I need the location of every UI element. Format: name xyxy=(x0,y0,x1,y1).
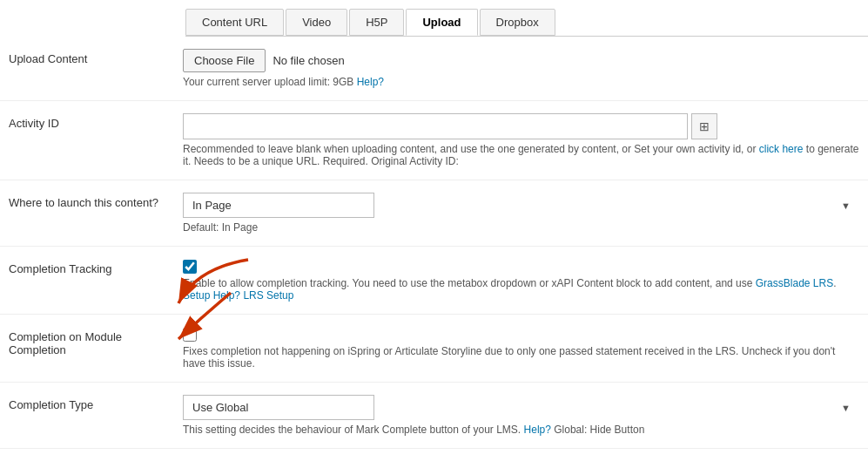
completion-module-field: Fixes completion not happening on iSprin… xyxy=(183,327,859,370)
activity-id-field: ⊞ Recommended to leave blank when upload… xyxy=(183,113,859,167)
upload-content-label: Upload Content xyxy=(9,49,183,65)
completion-tracking-field: Enable to allow completion tracking. You… xyxy=(183,259,859,302)
completion-module-label: Completion on Module Completion xyxy=(9,327,183,356)
completion-type-row: Completion Type Use Global Automatic Man… xyxy=(0,383,868,449)
completion-tracking-checkbox-row xyxy=(183,259,859,274)
upload-help-link[interactable]: Help? xyxy=(357,76,384,88)
completion-module-checkbox-row xyxy=(183,327,859,342)
where-to-launch-select-wrapper: In Page New Window Existing Window ▼ xyxy=(183,193,859,218)
where-to-launch-label: Where to launch this content? xyxy=(9,193,183,209)
where-to-launch-select[interactable]: In Page New Window Existing Window xyxy=(183,193,374,218)
where-to-launch-default: Default: In Page xyxy=(183,221,859,234)
tab-upload[interactable]: Upload xyxy=(406,9,477,36)
choose-file-button[interactable]: Choose File xyxy=(183,49,266,72)
completion-type-help-link[interactable]: Help? xyxy=(524,424,551,436)
completion-type-select[interactable]: Use Global Automatic Manual xyxy=(183,395,374,420)
activity-id-icon-btn[interactable]: ⊞ xyxy=(691,113,717,139)
tabs-bar: Content URL Video H5P Upload Dropbox xyxy=(185,0,868,37)
completion-tracking-checkbox[interactable] xyxy=(183,260,197,274)
tab-content-url[interactable]: Content URL xyxy=(185,9,284,36)
completion-type-label: Completion Type xyxy=(9,395,183,411)
completion-tracking-help: Enable to allow completion tracking. You… xyxy=(183,277,859,302)
activity-id-help: Recommended to leave blank when uploadin… xyxy=(183,143,859,167)
activity-id-click-here[interactable]: click here xyxy=(759,143,804,155)
upload-inline-row: Choose File No file chosen xyxy=(183,49,859,72)
upload-content-row: Upload Content Choose File No file chose… xyxy=(0,37,868,101)
chevron-down-icon: ▼ xyxy=(841,200,851,211)
completion-module-row: Completion on Module Completion Fixes co… xyxy=(0,315,868,383)
tab-h5p[interactable]: H5P xyxy=(349,9,404,36)
where-to-launch-field: In Page New Window Existing Window ▼ Def… xyxy=(183,193,859,234)
where-to-launch-row: Where to launch this content? In Page Ne… xyxy=(0,180,868,247)
grid-icon: ⊞ xyxy=(699,119,710,133)
completion-type-help: This setting decides the behaviour of Ma… xyxy=(183,424,859,436)
tab-video[interactable]: Video xyxy=(286,9,347,36)
completion-type-select-wrapper: Use Global Automatic Manual ▼ xyxy=(183,395,859,420)
lrs-setup-link[interactable]: LRS Setup xyxy=(243,289,293,302)
setup-help-link[interactable]: Setup Help? xyxy=(183,289,240,302)
form-area: Upload Content Choose File No file chose… xyxy=(0,37,868,466)
activity-id-input[interactable] xyxy=(183,113,688,139)
completion-tracking-row: Completion Tracking Enable to allow comp… xyxy=(0,247,868,315)
completion-type-field: Use Global Automatic Manual ▼ This setti… xyxy=(183,395,859,436)
upload-content-field: Choose File No file chosen Your current … xyxy=(183,49,859,88)
activity-id-row: Activity ID ⊞ Recommended to leave blank… xyxy=(0,101,868,180)
completion-module-checkbox[interactable] xyxy=(183,328,197,342)
completion-tracking-label: Completion Tracking xyxy=(9,259,183,275)
activity-id-label: Activity ID xyxy=(9,113,183,130)
no-file-text: No file chosen xyxy=(273,54,344,67)
grassblade-lrs-link[interactable]: GrassBlade LRS xyxy=(756,277,833,289)
activity-id-input-row: ⊞ xyxy=(183,113,859,139)
upload-help-text: Your current server upload limit: 9GB He… xyxy=(183,76,859,88)
completion-type-chevron-icon: ▼ xyxy=(841,403,851,413)
completion-module-help: Fixes completion not happening on iSprin… xyxy=(183,345,859,370)
tab-dropbox[interactable]: Dropbox xyxy=(480,9,555,36)
